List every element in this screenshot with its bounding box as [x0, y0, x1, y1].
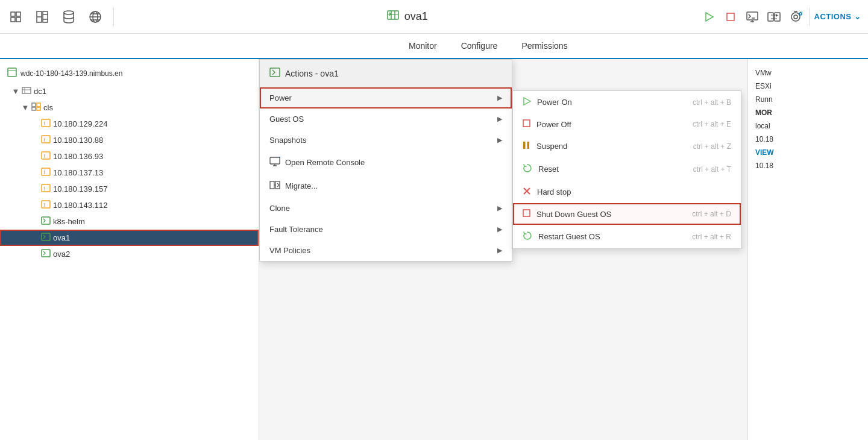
main-layout: wdc-10-180-143-139.nimbus.en ▼ dc1 ▼: [0, 59, 868, 440]
svg-rect-55: [523, 142, 526, 149]
console-icon[interactable]: [744, 8, 761, 25]
svg-marker-16: [706, 13, 713, 21]
esxi-info: ESXi: [755, 82, 861, 90]
menu-item-clone[interactable]: Clone ▶: [260, 198, 512, 219]
tab-monitor[interactable]: Monitor: [404, 34, 442, 59]
vm-type-info: VMw: [755, 69, 861, 77]
view-info[interactable]: VIEW: [755, 148, 861, 157]
top-toolbar: ova1: [0, 0, 868, 34]
svg-point-23: [794, 15, 797, 19]
vm-title: ova1: [386, 8, 428, 25]
cluster-icon: [31, 102, 41, 113]
menu-fault-tolerance-label: Fault Tolerance: [269, 225, 323, 234]
svg-text:!: !: [43, 169, 45, 175]
svg-rect-48: [42, 250, 50, 257]
sidebar-server[interactable]: wdc-10-180-143-139.nimbus.en: [0, 64, 259, 83]
chevron-down-icon: ⌄: [854, 12, 861, 21]
tree-item-vm-4[interactable]: ▶ ! 10.180.137.13: [0, 165, 259, 181]
content-area: Actions - ova1 Power ▶ Guest OS ▶ Snapsh…: [259, 59, 868, 440]
menu-item-guest-os[interactable]: Guest OS ▶: [260, 108, 512, 130]
tree-item-ova2[interactable]: ▶ ova2: [0, 246, 259, 262]
tree-item-vm-3[interactable]: ▶ ! 10.180.136.93: [0, 148, 259, 165]
menu-power-chevron: ▶: [497, 94, 502, 102]
vm-warning-icon-6: !: [41, 200, 51, 211]
svg-rect-54: [523, 120, 530, 127]
database-icon[interactable]: [60, 8, 77, 25]
tab-configure[interactable]: Configure: [456, 34, 503, 59]
shutdown-shortcut: ctrl + alt + D: [692, 210, 731, 218]
power-off-shortcut: ctrl + alt + E: [693, 120, 731, 128]
tree-toggle-dc1[interactable]: ▼: [12, 87, 19, 96]
menu-migrate-left: Migrate...: [269, 180, 318, 192]
menu-item-migrate[interactable]: Migrate...: [260, 174, 512, 198]
datacenter-icon: [22, 86, 31, 97]
svg-text:!: !: [43, 137, 45, 143]
xmark-icon-submenu: [523, 187, 531, 197]
grid-icon[interactable]: [7, 8, 24, 25]
menu-item-power[interactable]: Power ▶: [260, 87, 512, 108]
tree-item-cls[interactable]: ▼ cls: [0, 99, 259, 116]
svg-rect-25: [8, 68, 16, 77]
tab-permissions[interactable]: Permissions: [517, 34, 572, 59]
tree-item-ova1[interactable]: ▶ ova1: [0, 230, 259, 246]
more-value: MOR: [755, 108, 861, 117]
layers-icon[interactable]: [34, 8, 51, 25]
menu-item-vm-policies[interactable]: VM Policies ▶: [260, 240, 512, 261]
server-icon: [7, 68, 17, 80]
play-icon[interactable]: [700, 8, 717, 25]
tree-item-vm-5[interactable]: ▶ ! 10.180.139.157: [0, 181, 259, 197]
reset-label: Reset: [538, 165, 559, 174]
shutdown-icon-submenu: [523, 209, 530, 219]
svg-text:!: !: [43, 121, 45, 127]
submenu-reset-left: Reset: [523, 163, 559, 175]
tree-item-vm-6[interactable]: ▶ ! 10.180.143.112: [0, 197, 259, 213]
ip1-value: 10.18: [755, 135, 861, 143]
actions-menu-vm-icon: [269, 67, 280, 80]
menu-open-remote-console-left: Open Remote Console: [269, 157, 365, 168]
svg-rect-27: [22, 87, 31, 93]
restart-icon-submenu: [523, 231, 532, 242]
tree-item-k8s-helm[interactable]: ▶ k8s-helm: [0, 213, 259, 230]
svg-rect-56: [527, 142, 530, 149]
svg-text:!: !: [43, 186, 45, 192]
svg-rect-3: [16, 17, 20, 22]
menu-clone-label: Clone: [269, 204, 290, 213]
svg-rect-31: [37, 103, 40, 107]
tree-toggle-cls[interactable]: ▼: [22, 103, 29, 112]
submenu-restart[interactable]: Restart Guest OS ctrl + alt + R: [513, 225, 741, 248]
vm-icon: [386, 8, 400, 25]
submenu-power-off[interactable]: Power Off ctrl + alt + E: [513, 113, 741, 135]
submenu-suspend[interactable]: Suspend ctrl + alt + Z: [513, 135, 741, 157]
submenu-power-on[interactable]: Power On ctrl + alt + B: [513, 91, 741, 113]
toolbar-divider-2: [809, 8, 810, 26]
running-info: Runn: [755, 95, 861, 104]
submenu-hard-stop[interactable]: Hard stop: [513, 181, 741, 203]
svg-rect-20: [768, 13, 773, 21]
play-icon-submenu: [523, 97, 531, 107]
shutdown-label: Shut Down Guest OS: [536, 210, 611, 219]
migrate-icon[interactable]: [766, 8, 782, 25]
svg-marker-53: [524, 98, 530, 105]
tree-item-vm-2[interactable]: ▶ ! 10.180.130.88: [0, 132, 259, 148]
svg-rect-5: [43, 11, 48, 22]
menu-item-fault-tolerance[interactable]: Fault Tolerance ▶: [260, 219, 512, 240]
stop-icon[interactable]: [722, 8, 739, 25]
view-value[interactable]: VIEW: [755, 148, 861, 157]
menu-guest-os-label: Guest OS: [269, 115, 304, 124]
dc1-label: dc1: [34, 87, 46, 96]
suspend-label: Suspend: [536, 142, 567, 151]
tree-item-dc1[interactable]: ▼ dc1: [0, 83, 259, 99]
submenu-shutdown[interactable]: Shut Down Guest OS ctrl + alt + D: [513, 203, 741, 225]
globe-icon[interactable]: [87, 8, 104, 25]
snapshot-icon[interactable]: [787, 8, 804, 25]
menu-vm-policies-label: VM Policies: [269, 246, 310, 255]
tree-item-vm-1[interactable]: ▶ ! 10.180.129.224: [0, 116, 259, 132]
menu-vm-policies-chevron: ▶: [497, 247, 502, 254]
actions-button[interactable]: ACTIONS ⌄: [814, 12, 861, 21]
menu-item-open-remote-console[interactable]: Open Remote Console: [260, 151, 512, 174]
vm-name: ova1: [404, 10, 428, 23]
menu-item-snapshots[interactable]: Snapshots ▶: [260, 130, 512, 151]
vm-type-value: VMw: [755, 69, 861, 77]
submenu-reset[interactable]: Reset ctrl + alt + T: [513, 157, 741, 181]
vm-warning-icon-4: !: [41, 167, 51, 178]
